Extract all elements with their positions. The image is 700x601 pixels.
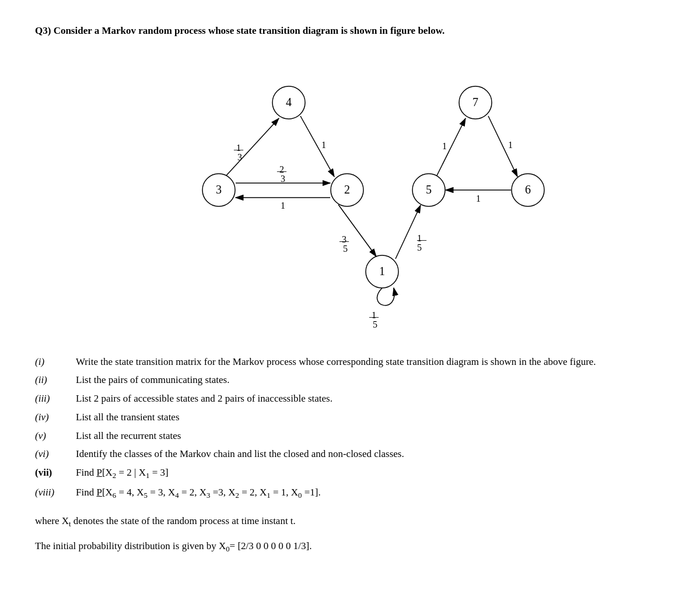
- svg-text:5: 5: [426, 183, 432, 196]
- question-viii: (viii) Find P[X6 = 4, X5 = 3, X4 = 2, X3…: [35, 484, 665, 502]
- svg-text:7: 7: [473, 96, 478, 108]
- svg-line-17: [300, 116, 334, 177]
- svg-text:1: 1: [508, 140, 513, 150]
- q-text-i: Write the state transition matrix for th…: [76, 353, 665, 371]
- svg-text:6: 6: [525, 183, 531, 196]
- question-iv: (iv) List all the transient states: [35, 409, 665, 426]
- svg-text:1
      —
      3: 1 — 3: [233, 143, 246, 162]
- q-text-iv: List all the transient states: [76, 409, 665, 426]
- svg-line-28: [437, 118, 466, 175]
- q-label-iv: (iv): [35, 409, 76, 426]
- svg-text:1
      —
      5: 1 — 5: [416, 233, 429, 252]
- footer: where Xt denotes the state of the random…: [35, 512, 665, 556]
- questions-list: (i) Write the state transition matrix fo…: [35, 353, 665, 502]
- svg-text:1: 1: [379, 265, 385, 277]
- svg-line-30: [488, 116, 517, 177]
- question-i: (i) Write the state transition matrix fo…: [35, 353, 665, 371]
- question-title: Q3) Consider a Markov random process who…: [35, 23, 665, 38]
- q-label-viii: (viii): [35, 484, 76, 501]
- diagram-container: 4 3 2 1 7 5 6 1 — 3 1 1: [35, 56, 665, 336]
- svg-text:2
      —
      3: 2 — 3: [276, 164, 289, 184]
- svg-text:1: 1: [321, 140, 326, 150]
- q-text-v: List all the recurrent states: [76, 427, 665, 445]
- q-text-iii: List 2 pairs of accessible states and 2 …: [76, 390, 665, 407]
- q-label-v: (v): [35, 427, 76, 445]
- question-vi: (vi) Identify the classes of the Markov …: [35, 445, 665, 463]
- q-text-ii: List the pairs of communicating states.: [76, 371, 665, 389]
- q-label-vii: (vii): [35, 464, 76, 481]
- footer-line2: The initial probability distribution is …: [35, 537, 665, 556]
- q-label-vi: (vi): [35, 445, 76, 463]
- svg-text:1: 1: [442, 141, 447, 151]
- footer-line1: where Xt denotes the state of the random…: [35, 512, 665, 531]
- svg-text:1
      —
      5: 1 — 5: [369, 310, 381, 329]
- question-iii: (iii) List 2 pairs of accessible states …: [35, 390, 665, 407]
- q-text-viii: Find P[X6 = 4, X5 = 3, X4 = 2, X3 =3, X2…: [76, 484, 665, 502]
- svg-text:4: 4: [286, 96, 292, 108]
- q-text-vii: Find P[X2 = 2 | X1 = 3]: [76, 464, 665, 483]
- svg-text:1: 1: [281, 201, 285, 210]
- intro-text: Consider a Markov random process whose s…: [54, 25, 445, 36]
- question-vii: (vii) Find P[X2 = 2 | X1 = 3]: [35, 464, 665, 483]
- question-ii: (ii) List the pairs of communicating sta…: [35, 371, 665, 389]
- markov-diagram: 4 3 2 1 7 5 6 1 — 3 1 1: [131, 56, 569, 336]
- svg-text:3: 3: [216, 183, 222, 196]
- svg-text:3
      —
      5: 3 — 5: [339, 234, 351, 254]
- q-label-ii: (ii): [35, 371, 76, 389]
- q-label-iii: (iii): [35, 390, 76, 407]
- svg-text:2: 2: [344, 183, 350, 196]
- q-label-i: (i): [35, 353, 76, 371]
- svg-text:1: 1: [476, 194, 481, 203]
- q-text-vi: Identify the classes of the Markov chain…: [76, 445, 665, 463]
- question-v: (v) List all the recurrent states: [35, 427, 665, 445]
- question-number: Q3): [35, 25, 51, 36]
